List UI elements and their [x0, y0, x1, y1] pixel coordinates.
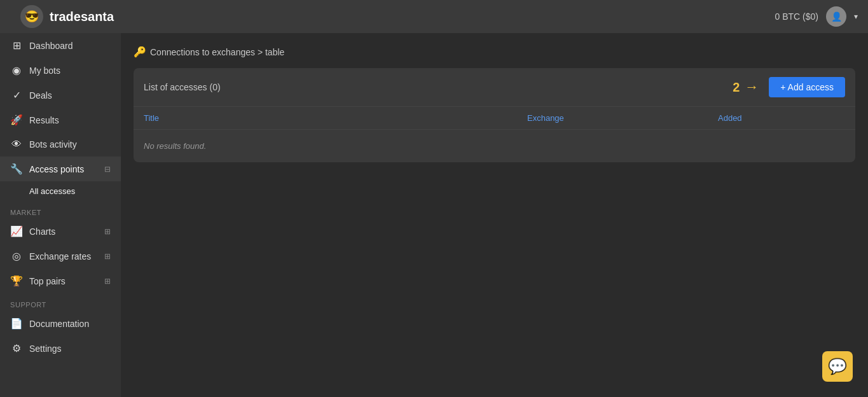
- top-pairs-expand-icon[interactable]: ⊞: [104, 277, 111, 286]
- sidebar-item-label: My bots: [29, 66, 60, 76]
- all-accesses-label: All accesses: [29, 186, 75, 196]
- sidebar-item-label: Deals: [29, 90, 52, 101]
- balance-display: 0 BTC ($0): [775, 11, 818, 22]
- annotation-2-arrow-icon: →: [745, 79, 759, 95]
- sidebar-item-results[interactable]: 🚀 Results: [0, 108, 121, 132]
- table-column-headers: Title Exchange Added: [134, 107, 855, 130]
- avatar[interactable]: 👤: [826, 6, 846, 27]
- sidebar-sub-item-all-accesses[interactable]: All accesses: [0, 181, 121, 201]
- deals-icon: ✓: [10, 89, 23, 101]
- col-exchange: Exchange: [527, 113, 718, 123]
- topnav-right: 0 BTC ($0) 👤 ▾: [775, 6, 858, 27]
- sidebar-item-label: Access points: [29, 164, 84, 174]
- avatar-chevron-icon[interactable]: ▾: [854, 12, 858, 21]
- sidebar: ⊞ Dashboard ◉ My bots ✓ Deals 🚀 Results …: [0, 33, 121, 397]
- sidebar-item-label: Top pairs: [29, 276, 65, 286]
- sidebar-item-documentation[interactable]: 📄 Documentation: [0, 311, 121, 336]
- logo-icon: 😎: [20, 5, 43, 28]
- results-icon: 🚀: [10, 114, 23, 126]
- charts-expand-icon[interactable]: ⊞: [104, 227, 111, 236]
- top-pairs-icon: 🏆: [10, 275, 23, 287]
- accesses-table-card: List of accesses (0) 2 → + Add access Ti…: [134, 68, 855, 162]
- table-header-right: 2 → + Add access: [733, 77, 845, 97]
- table-header: List of accesses (0) 2 → + Add access: [134, 68, 855, 107]
- content-area: 🔑 Connections to exchanges > table List …: [121, 33, 868, 397]
- sidebar-item-deals[interactable]: ✓ Deals: [0, 83, 121, 108]
- market-section-label: MARKET: [0, 201, 121, 219]
- bots-activity-icon: 👁: [10, 139, 23, 150]
- sidebar-item-exchange-rates[interactable]: ◎ Exchange rates ⊞: [0, 244, 121, 268]
- topnav: 😎 tradesanta 0 BTC ($0) 👤 ▾: [0, 0, 868, 33]
- annotation-2: 2 →: [733, 79, 759, 95]
- sidebar-item-label: Bots activity: [29, 139, 77, 150]
- charts-icon: 📈: [10, 225, 23, 237]
- sidebar-item-access-points[interactable]: 🔧 Access points ⊟: [0, 157, 121, 181]
- documentation-icon: 📄: [10, 317, 23, 330]
- main-layout: ⊞ Dashboard ◉ My bots ✓ Deals 🚀 Results …: [0, 33, 868, 397]
- access-points-icon: 🔧: [10, 163, 23, 175]
- empty-message: No results found.: [134, 130, 855, 162]
- logo-text: tradesanta: [50, 10, 114, 24]
- sidebar-item-my-bots[interactable]: ◉ My bots: [0, 58, 121, 83]
- breadcrumb: 🔑 Connections to exchanges > table: [134, 46, 855, 58]
- settings-icon: ⚙: [10, 342, 23, 354]
- sidebar-item-label: Results: [29, 115, 59, 125]
- breadcrumb-text: Connections to exchanges > table: [150, 47, 284, 57]
- exchange-rates-expand-icon[interactable]: ⊞: [104, 252, 111, 261]
- sidebar-item-bots-activity[interactable]: 👁 Bots activity: [0, 132, 121, 157]
- dashboard-icon: ⊞: [10, 39, 23, 52]
- exchange-rates-icon: ◎: [10, 250, 23, 262]
- sidebar-item-label: Dashboard: [29, 41, 73, 51]
- sidebar-item-settings[interactable]: ⚙ Settings: [0, 336, 121, 361]
- my-bots-icon: ◉: [10, 64, 23, 76]
- support-section-label: SUPPORT: [0, 293, 121, 311]
- chat-button[interactable]: 💬: [822, 351, 853, 382]
- logo: 😎 tradesanta: [20, 5, 775, 28]
- breadcrumb-icon: 🔑: [134, 46, 146, 58]
- annotation-2-number: 2: [733, 80, 740, 95]
- add-access-button[interactable]: + Add access: [769, 77, 845, 97]
- table-title: List of accesses (0): [144, 82, 221, 92]
- sidebar-item-dashboard[interactable]: ⊞ Dashboard: [0, 33, 121, 58]
- sidebar-item-label: Documentation: [29, 319, 89, 329]
- col-added: Added: [718, 113, 845, 123]
- sidebar-item-top-pairs[interactable]: 🏆 Top pairs ⊞: [0, 268, 121, 293]
- sidebar-item-label: Charts: [29, 226, 55, 237]
- sidebar-item-charts[interactable]: 📈 Charts ⊞: [0, 219, 121, 244]
- access-points-expand-icon[interactable]: ⊟: [104, 165, 111, 174]
- col-title: Title: [144, 113, 527, 123]
- sidebar-item-label: Settings: [29, 344, 62, 354]
- sidebar-item-label: Exchange rates: [29, 251, 91, 261]
